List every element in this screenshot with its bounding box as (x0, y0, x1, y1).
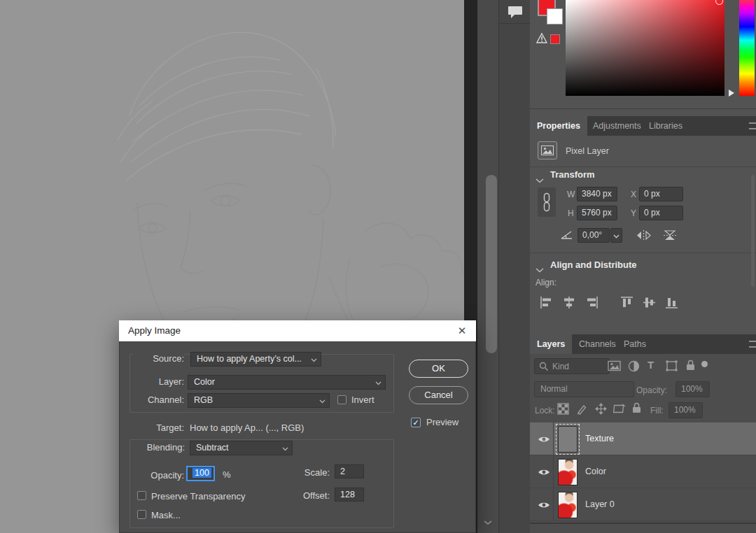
canvas-vertical-scrollbar[interactable] (477, 0, 498, 533)
mask-checkbox[interactable] (137, 510, 146, 519)
lock-artboard-icon[interactable] (613, 403, 626, 418)
filter-toggle-icon[interactable] (701, 361, 708, 367)
dialog-titlebar[interactable]: Apply Image ✕ (119, 320, 476, 341)
blend-mode-value: Normal (540, 384, 568, 394)
opacity-unit: % (223, 469, 231, 480)
preview-label: Preview (426, 417, 458, 427)
blend-mode-dropdown[interactable]: Normal (534, 381, 634, 397)
layer-row-texture[interactable]: Texture (530, 422, 756, 455)
y-label: Y (631, 208, 636, 218)
tab-libraries[interactable]: Libraries (642, 116, 690, 136)
layer-filter-search[interactable]: Kind (534, 358, 610, 374)
fill-value[interactable]: 100% (668, 402, 703, 418)
align-section-title[interactable]: Align and Distribute (550, 260, 637, 270)
align-vertical-centers-button[interactable] (643, 296, 657, 312)
rotation-angle-field[interactable]: 0,00° (578, 228, 610, 243)
align-left-edges-button[interactable] (540, 296, 554, 312)
align-horizontal-centers-button[interactable] (562, 296, 576, 312)
transform-section-title[interactable]: Transform (550, 169, 595, 180)
scrollbar-thumb[interactable] (486, 175, 497, 353)
tab-paths[interactable]: Paths (617, 334, 653, 354)
chevron-down-icon (282, 447, 288, 451)
close-icon[interactable]: ✕ (455, 324, 469, 338)
align-collapse-icon[interactable] (536, 263, 544, 276)
filter-smart-objects-icon[interactable] (685, 360, 696, 374)
filter-adjustment-layers-icon[interactable] (628, 360, 640, 375)
lock-position-icon[interactable] (595, 403, 607, 418)
lock-transparent-pixels-icon[interactable] (557, 403, 569, 418)
tab-adjustments[interactable]: Adjustments (586, 116, 648, 136)
lock-all-icon[interactable] (631, 402, 642, 417)
filter-shape-layers-icon[interactable] (666, 360, 678, 374)
hue-slider[interactable] (739, 0, 755, 96)
apply-image-dialog: Apply Image ✕ Source: How to apply Apert… (119, 320, 476, 533)
saturation-brightness-field[interactable] (566, 0, 724, 96)
blending-label: Blending: (132, 442, 185, 453)
tab-channels[interactable]: Channels (572, 334, 623, 354)
hue-slider-pointer[interactable] (729, 90, 734, 97)
layer-name[interactable]: Color (585, 467, 606, 476)
layer-visibility-eye-icon[interactable] (538, 435, 550, 443)
layer-dropdown[interactable]: Color (188, 375, 386, 390)
tab-layers[interactable]: Layers (530, 334, 572, 354)
layer-row-color[interactable]: Color (530, 455, 756, 488)
opacity-selected-text: 100 (192, 468, 211, 478)
blending-dropdown[interactable]: Subtract (190, 441, 293, 455)
gamut-color-swatch[interactable] (550, 34, 560, 44)
filter-pixel-layers-icon[interactable] (608, 360, 621, 374)
layer-name[interactable]: Texture (585, 434, 614, 443)
lock-image-pixels-icon[interactable] (576, 403, 588, 418)
ok-button[interactable]: OK (409, 360, 468, 378)
panel-menu-icon[interactable] (749, 122, 756, 129)
gamut-warning-icon[interactable] (536, 32, 548, 47)
align-right-edges-button[interactable] (584, 296, 598, 312)
opacity-input[interactable]: 100 (186, 466, 215, 481)
preserve-transparency-checkbox[interactable] (137, 491, 146, 500)
source-value: How to apply Aperty’s col... (197, 354, 302, 364)
properties-tabbar: Properties Adjustments Libraries (530, 116, 756, 136)
channel-label: Channel: (132, 395, 184, 405)
panel-scrollbar[interactable] (751, 175, 755, 287)
transform-collapse-icon[interactable] (536, 173, 544, 186)
scale-input[interactable]: 2 (335, 464, 364, 478)
width-field[interactable]: 3840 px (577, 187, 617, 201)
layer-value: Color (194, 377, 215, 387)
align-top-edges-button[interactable] (620, 296, 634, 312)
preview-checkbox[interactable]: ✓ (411, 418, 421, 427)
scrollbar-down-arrow-icon[interactable] (482, 516, 493, 529)
cancel-button[interactable]: Cancel (409, 386, 468, 404)
flip-vertical-button[interactable] (662, 229, 678, 244)
layer-row-layer0[interactable]: Layer 0 (530, 488, 756, 521)
offset-input[interactable]: 128 (335, 488, 364, 502)
angle-dropdown-button[interactable] (610, 228, 622, 243)
layer-name[interactable]: Layer 0 (585, 499, 615, 509)
flip-horizontal-button[interactable] (636, 229, 652, 244)
layer-visibility-eye-icon[interactable] (538, 468, 550, 476)
height-field[interactable]: 5760 px (577, 206, 617, 220)
h-label: H (568, 208, 574, 218)
flip-horizontal-icon (636, 229, 652, 241)
channel-dropdown[interactable]: RGB (188, 393, 330, 408)
layers-list-bottom-divider (530, 523, 756, 524)
tab-properties[interactable]: Properties (530, 116, 587, 136)
layer-thumbnail[interactable] (558, 459, 578, 485)
panel-menu-icon[interactable] (749, 341, 756, 348)
chevron-down-icon (311, 358, 317, 362)
background-color-swatch[interactable] (547, 8, 563, 24)
source-dropdown[interactable]: How to apply Aperty’s col... (190, 352, 321, 367)
target-label: Target: (132, 422, 184, 433)
link-dimensions-button[interactable] (538, 187, 556, 217)
filter-type-layers-icon[interactable]: T (648, 359, 654, 371)
x-field[interactable]: 0 px (639, 187, 683, 201)
invert-checkbox[interactable] (337, 395, 346, 404)
opacity-value[interactable]: 100% (676, 381, 710, 397)
align-bottom-edges-button[interactable] (665, 296, 679, 312)
layer-thumbnail[interactable] (558, 492, 578, 518)
y-field[interactable]: 0 px (639, 206, 683, 220)
layer-visibility-eye-icon[interactable] (538, 501, 550, 509)
comment-icon[interactable] (507, 4, 524, 22)
search-placeholder: Kind (552, 360, 569, 374)
layer-thumbnail[interactable] (558, 426, 578, 453)
align-label: Align: (536, 278, 556, 287)
angle-icon (560, 230, 573, 243)
